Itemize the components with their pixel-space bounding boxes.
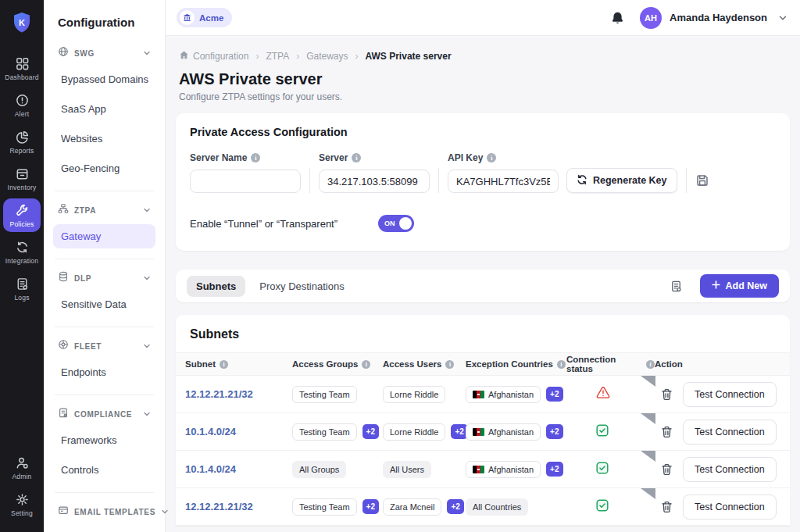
tab-subnets[interactable]: Subnets [187,276,245,297]
breadcrumb-ztpa[interactable]: ZTPA [266,51,289,62]
sidebar-section-dlp[interactable]: DLP [53,270,155,287]
subnet-link[interactable]: 12.12.21.21/32 [185,388,253,400]
alert-icon [15,93,30,108]
section-label: SWG [74,49,138,58]
icon-rail: K Dashboard Alert Reports Inventory Poli… [0,0,44,532]
tab-bar: Subnets Proxy Destinations Add New [176,270,790,302]
tunnel-toggle-label: Enable “Tunnel” or “Transparent” [190,218,338,230]
server-name-input[interactable] [190,170,301,193]
home-icon [179,50,189,62]
app-root: K Dashboard Alert Reports Inventory Poli… [0,0,800,532]
afghanistan-flag-icon [473,428,484,436]
breadcrumb-separator: › [296,51,299,62]
delete-icon[interactable] [661,426,673,438]
delete-icon[interactable] [661,501,673,513]
org-switcher[interactable]: Acme [177,8,232,27]
rail-item-label: Policies [10,220,34,228]
group-chip: Testing Team [292,423,357,441]
org-name: Acme [199,13,223,23]
sidebar-item-geo-fencing[interactable]: Geo-Fencing [53,156,155,180]
sidebar-section-ztpa[interactable]: ZTPA [53,202,155,219]
sidebar-section-swg[interactable]: SWG [53,45,155,62]
sidebar-title: Configuration [58,16,155,29]
rail-item-policies[interactable]: Policies [3,198,41,232]
rail-item-alert[interactable]: Alert [3,88,41,122]
test-connection-button[interactable]: Test Connection [683,457,777,482]
section-label: ZTPA [74,206,138,215]
subnet-link[interactable]: 10.1.4.0/24 [185,463,236,475]
config-sidebar: Configuration SWG Bypassed Domains SaaS … [44,0,166,532]
add-new-button[interactable]: Add New [700,274,779,298]
svg-text:K: K [19,18,25,27]
fleet-icon [58,339,69,353]
rail-item-setting[interactable]: Setting [3,487,41,521]
sidebar-item-frameworks[interactable]: Frameworks [53,428,155,452]
corner-fold [641,413,655,424]
api-key-label: API Key [448,152,483,163]
rail-item-dashboard[interactable]: Dashboard [3,52,41,85]
more-count-badge: +2 [362,499,379,514]
rail-item-admin[interactable]: Admin [3,451,41,484]
chevron-down-icon [143,339,151,353]
dashboard-icon [15,56,30,71]
chevron-down-icon[interactable] [778,13,788,23]
delete-icon[interactable] [661,463,673,476]
document-icon[interactable] [670,280,683,293]
breadcrumb: Configuration › ZTPA › Gateways › AWS Pr… [176,50,790,62]
refresh-icon [577,174,588,187]
sidebar-section-compliance[interactable]: COMPLIANCE [53,405,155,423]
corner-fold [641,488,655,499]
subnet-link[interactable]: 12.12.21.21/32 [185,501,253,512]
test-connection-button[interactable]: Test Connection [683,382,777,407]
subnet-link[interactable]: 10.1.4.0/24 [185,426,236,437]
admin-user-icon [15,455,30,470]
globe-icon [58,46,69,60]
test-connection-button[interactable]: Test Connection [683,495,777,520]
divider [55,395,154,395]
rail-item-logs[interactable]: Logs [3,272,41,305]
divider [686,168,687,193]
rail-item-label: Logs [14,294,29,302]
sidebar-item-endpoints[interactable]: Endpoints [53,360,155,384]
rail-item-inventory[interactable]: Inventory [3,162,41,195]
bell-icon[interactable] [611,11,624,25]
info-icon: i [220,360,228,369]
rail-item-reports[interactable]: Reports [3,125,41,159]
info-icon: i [557,360,566,369]
regenerate-key-button[interactable]: Regenerate Key [566,168,677,193]
save-icon[interactable] [695,168,709,193]
sidebar-item-sensitive-data[interactable]: Sensitive Data [53,292,155,316]
page-title: AWS Private server [176,70,790,88]
api-key-input[interactable] [448,170,559,193]
tab-proxy-destinations[interactable]: Proxy Destinations [250,276,353,297]
more-count-badge: +2 [546,424,562,439]
info-icon: i [352,153,361,162]
test-connection-button[interactable]: Test Connection [683,420,777,445]
sidebar-item-bypassed-domains[interactable]: Bypassed Domains [53,67,155,91]
rail-item-integration[interactable]: Integration [3,235,41,269]
sidebar-item-saas-app[interactable]: SaaS App [53,97,155,121]
user-name[interactable]: Amanda Haydenson [670,12,767,23]
org-building-icon [180,10,195,25]
breadcrumb-home[interactable]: Configuration [179,50,248,62]
table-row: 10.1.4.0/24 All Groups All Users Afghani… [176,451,790,488]
breadcrumb-gateways[interactable]: Gateways [306,51,348,62]
sidebar-item-controls[interactable]: Controls [53,458,155,482]
sidebar-section-fleet[interactable]: FLEET [53,337,155,355]
divider [55,191,154,191]
server-input[interactable] [319,170,430,193]
inventory-icon [15,166,30,181]
sidebar-item-email-templates[interactable]: Email Templates [53,526,155,532]
rail-item-label: Integration [5,257,38,265]
delete-icon[interactable] [661,388,673,401]
rail-item-label: Alert [15,110,29,118]
sidebar-section-email-templates[interactable]: EMAIL TEMPLATES [53,503,155,520]
sidebar-item-gateway[interactable]: Gateway [53,224,155,248]
group-chip: Testing Team [292,386,357,403]
avatar[interactable]: AH [640,7,662,29]
tunnel-toggle[interactable]: ON [378,215,414,232]
topbar: Acme AH Amanda Haydenson [166,0,800,36]
more-count-badge: +2 [447,499,463,514]
brand-logo-icon[interactable]: K [11,11,33,34]
sidebar-item-websites[interactable]: Websites [53,127,155,151]
